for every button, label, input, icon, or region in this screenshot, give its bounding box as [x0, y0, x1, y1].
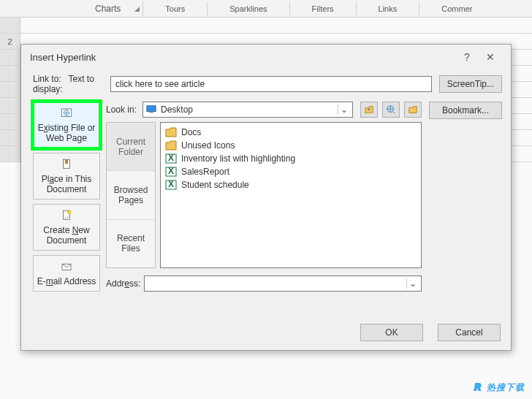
- folder-icon: [165, 127, 177, 137]
- folder-up-icon: [364, 104, 374, 115]
- ribbon: Charts◢ Tours Sparklines Filters Links C…: [0, 0, 532, 18]
- linkto-place-in-document[interactable]: Place in This Document: [33, 153, 100, 200]
- titlebar: Insert Hyperlink ? ✕: [21, 45, 511, 69]
- address-label: Address:: [106, 278, 144, 289]
- linkto-label: Existing File or Web Page: [38, 123, 96, 143]
- screentip-button[interactable]: ScreenTip...: [439, 75, 502, 93]
- file-list[interactable]: Docs Unused Icons X Inventory list with …: [160, 122, 422, 268]
- list-item[interactable]: X SalesReport: [165, 165, 417, 178]
- ribbon-group-tours[interactable]: Tours: [143, 4, 207, 13]
- browse-mode-tabs: Current Folder Browsed Pages Recent File…: [106, 122, 156, 268]
- ribbon-group-links[interactable]: Links: [357, 4, 419, 13]
- folder-icon: [165, 140, 177, 151]
- svg-rect-6: [147, 106, 156, 112]
- browse-web-button[interactable]: [382, 102, 400, 118]
- ribbon-group-charts[interactable]: Charts◢: [73, 4, 142, 14]
- web-page-icon: [60, 107, 73, 120]
- file-name: Unused Icons: [181, 140, 235, 151]
- look-in-label: Look in:: [106, 104, 142, 115]
- ribbon-group-sparklines[interactable]: Sparklines: [208, 4, 289, 13]
- linkto-label: Create New Document: [43, 225, 89, 246]
- insert-hyperlink-dialog: Insert Hyperlink ? ✕ Link to: TeText to …: [20, 44, 512, 351]
- desktop-icon: [146, 104, 156, 115]
- ribbon-group-filters[interactable]: Filters: [290, 4, 356, 13]
- linkto-label: Place in This Document: [42, 174, 92, 194]
- email-icon: [60, 260, 73, 273]
- chevron-down-icon[interactable]: ⌄: [406, 278, 418, 289]
- browse-file-button[interactable]: [404, 102, 422, 118]
- list-item[interactable]: Unused Icons: [165, 139, 417, 152]
- file-name: Student schedule: [181, 180, 249, 190]
- excel-file-icon: X: [165, 167, 177, 177]
- svg-rect-7: [149, 112, 153, 113]
- tab-recent-files[interactable]: Recent Files: [107, 220, 155, 267]
- svg-text:X: X: [168, 153, 174, 163]
- help-button[interactable]: ?: [455, 51, 479, 63]
- bookmark-button[interactable]: Bookmark...: [429, 102, 502, 119]
- look-in-combo[interactable]: Desktop ⌄: [142, 102, 353, 118]
- ok-button[interactable]: OK: [360, 324, 423, 341]
- folder-open-icon: [408, 104, 418, 115]
- look-in-value: Desktop: [161, 104, 338, 115]
- ribbon-group-comments[interactable]: Commer: [419, 4, 494, 13]
- link-to-sidebar: Existing File or Web Page Place in This …: [33, 102, 100, 292]
- file-name: Inventory list with highlighting: [181, 153, 295, 164]
- svg-point-4: [68, 210, 72, 214]
- list-item[interactable]: X Student schedule: [165, 178, 417, 191]
- document-bookmark-icon: [60, 158, 73, 171]
- list-item[interactable]: X Inventory list with highlighting: [165, 152, 417, 165]
- cancel-button[interactable]: Cancel: [438, 324, 501, 341]
- excel-file-icon: X: [165, 153, 177, 164]
- list-item[interactable]: Docs: [165, 126, 417, 139]
- svg-text:X: X: [168, 180, 174, 189]
- chevron-down-icon[interactable]: ⌄: [338, 104, 349, 115]
- watermark: R 热搜下载: [474, 376, 525, 395]
- close-button[interactable]: ✕: [479, 51, 502, 63]
- tab-browsed-pages[interactable]: Browsed Pages: [107, 171, 155, 219]
- link-to-label: Link to: Te: [33, 74, 77, 84]
- linkto-label: E-mail Address: [37, 276, 96, 286]
- new-document-icon: [60, 209, 73, 222]
- file-name: Docs: [181, 127, 201, 137]
- text-to-display-input[interactable]: [110, 76, 432, 92]
- tab-current-folder[interactable]: Current Folder: [107, 123, 155, 171]
- linkto-create-new-document[interactable]: Create New Document: [33, 204, 100, 251]
- up-folder-button[interactable]: [360, 102, 378, 118]
- svg-text:X: X: [168, 167, 174, 176]
- address-combo[interactable]: ⌄: [144, 276, 422, 292]
- excel-file-icon: X: [165, 180, 177, 190]
- linkto-existing-file-web-page[interactable]: Existing File or Web Page: [33, 102, 100, 148]
- dialog-title: Insert Hyperlink: [30, 52, 455, 63]
- file-name: SalesReport: [181, 167, 229, 177]
- linkto-email-address[interactable]: E-mail Address: [33, 255, 100, 292]
- globe-search-icon: [386, 104, 396, 115]
- dialog-launcher-icon[interactable]: ◢: [134, 5, 140, 12]
